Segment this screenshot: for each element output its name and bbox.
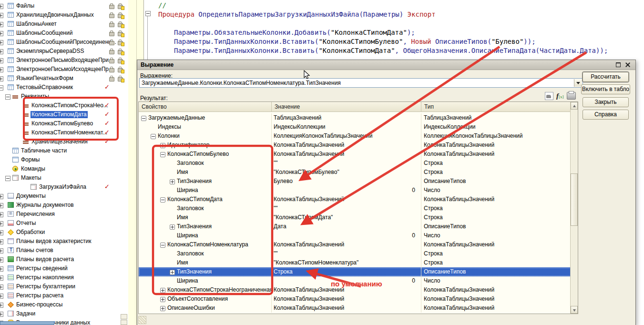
plus-expander-icon[interactable] bbox=[0, 76, 3, 81]
plus-expander-icon[interactable] bbox=[0, 31, 3, 36]
tree-item[interactable]: Макеты bbox=[0, 173, 128, 183]
code-line[interactable]: Процедура ОпределитьПараметрыЗагрузкиДан… bbox=[158, 10, 608, 19]
tree-item[interactable]: Задачи bbox=[0, 309, 128, 318]
tree-item[interactable]: КолонкаСТипомДата bbox=[0, 110, 128, 119]
result-row[interactable]: КолонкаСТипомДатаКолонкаТаблицыЗначенийК… bbox=[139, 195, 571, 204]
tree-item[interactable]: Команды bbox=[0, 164, 128, 173]
plus-expander-icon[interactable] bbox=[170, 270, 175, 275]
minus-expander-icon[interactable] bbox=[5, 176, 10, 181]
code-line[interactable]: Параметры.ТипДанныхКолонки.Вставить("Кол… bbox=[158, 46, 608, 55]
maximize-icon[interactable] bbox=[614, 61, 622, 68]
result-row[interactable]: Ширина0Число bbox=[139, 276, 571, 285]
plus-expander-icon[interactable] bbox=[0, 13, 3, 18]
plus-expander-icon[interactable] bbox=[0, 303, 3, 308]
expression-combo[interactable] bbox=[139, 78, 583, 88]
tree-scrollbar-button[interactable] bbox=[121, 320, 127, 325]
tree-item[interactable]: Регистры расчета bbox=[0, 291, 128, 300]
function-fx-icon[interactable] bbox=[556, 92, 566, 100]
result-row[interactable]: КолонкаСТипомБулевоКолонкаТаблицыЗначени… bbox=[139, 150, 571, 159]
tree-item[interactable]: ЗагрузкаИзФайла bbox=[0, 183, 128, 192]
column-header-type[interactable]: Тип bbox=[421, 102, 571, 112]
tree-item[interactable]: Табличные части bbox=[0, 146, 128, 155]
plus-expander-icon[interactable] bbox=[160, 297, 165, 302]
plus-expander-icon[interactable] bbox=[170, 224, 175, 230]
minus-expander-icon[interactable] bbox=[160, 152, 165, 157]
plus-expander-icon[interactable] bbox=[0, 230, 3, 235]
tree-item[interactable]: ШаблоныСообщений bbox=[0, 29, 128, 38]
code-line[interactable]: Параметры.ОбязательныеКолонки.Добавить("… bbox=[158, 28, 608, 37]
tree-item[interactable]: ШаблоныСообщенийПрисоединенн... bbox=[0, 38, 128, 47]
tree-item[interactable]: Регистры сведений bbox=[0, 264, 128, 273]
column-header-property[interactable]: Свойство bbox=[139, 102, 272, 112]
tree-item[interactable]: Планы видов характеристик bbox=[0, 237, 128, 246]
include-in-scoreboard-button[interactable]: Включить в табло bbox=[581, 84, 630, 94]
tree-item[interactable]: Обработки bbox=[0, 228, 128, 237]
result-row[interactable]: Ширина0Число bbox=[139, 231, 571, 240]
plus-expander-icon[interactable] bbox=[160, 143, 165, 148]
result-row[interactable]: Ширина0Число bbox=[139, 186, 571, 195]
resize-grip[interactable] bbox=[138, 316, 146, 324]
code-lines[interactable]: //Процедура ОпределитьПараметрыЗагрузкиД… bbox=[158, 1, 608, 55]
tree-item[interactable]: Формы bbox=[0, 155, 128, 164]
tree-item[interactable]: Регистры накопления bbox=[0, 273, 128, 282]
help-button[interactable]: Справка bbox=[583, 110, 629, 120]
column-header-value[interactable]: Значение bbox=[272, 102, 421, 112]
result-row[interactable]: КолонкаСТипомСтрокаНеограниченнаяКолонка… bbox=[139, 285, 571, 295]
plus-expander-icon[interactable] bbox=[0, 203, 3, 208]
plus-expander-icon[interactable] bbox=[0, 266, 3, 272]
result-row[interactable]: ЗагружаемыеДанныеТаблицаЗначенийТаблицаЗ… bbox=[139, 113, 571, 122]
plus-expander-icon[interactable] bbox=[0, 67, 3, 72]
result-row[interactable]: ТипЗначенияДатаОписаниеТипов bbox=[139, 222, 571, 231]
close-button[interactable]: Закрыть bbox=[583, 97, 629, 107]
plus-expander-icon[interactable] bbox=[0, 194, 3, 199]
code-line[interactable] bbox=[158, 19, 608, 28]
tree-item[interactable]: ЯзыкиПечатныхФорм bbox=[0, 74, 128, 83]
minus-expander-icon[interactable] bbox=[160, 243, 165, 248]
plus-expander-icon[interactable] bbox=[160, 288, 165, 293]
plus-expander-icon[interactable] bbox=[0, 40, 3, 45]
tree-item[interactable]: ТестовыйСправочник bbox=[0, 83, 128, 92]
plus-expander-icon[interactable] bbox=[0, 22, 3, 27]
tree-item[interactable]: ХранилищеЗначения bbox=[0, 137, 128, 146]
tree-item[interactable]: Отчеты bbox=[0, 219, 128, 228]
tree-item[interactable]: Журналы документов bbox=[0, 201, 128, 210]
minus-expander-icon[interactable] bbox=[141, 116, 146, 121]
plus-expander-icon[interactable] bbox=[0, 257, 3, 263]
plus-expander-icon[interactable] bbox=[0, 58, 3, 63]
plus-expander-icon[interactable] bbox=[0, 221, 3, 226]
plus-expander-icon[interactable] bbox=[0, 4, 3, 9]
code-line[interactable]: Параметры.ТипДанныхКолонки.Вставить("Кол… bbox=[158, 37, 608, 46]
tree-item[interactable]: КолонкаСТипомБулево bbox=[0, 119, 128, 128]
tree-item[interactable]: Документы bbox=[0, 192, 128, 201]
close-icon[interactable] bbox=[624, 61, 632, 68]
minus-expander-icon[interactable] bbox=[151, 134, 156, 139]
minus-expander-icon[interactable] bbox=[5, 94, 10, 100]
plus-expander-icon[interactable] bbox=[0, 284, 3, 290]
plus-expander-icon[interactable] bbox=[160, 306, 165, 311]
scrollbar-thumb[interactable] bbox=[571, 173, 578, 226]
tree-scrollbar-button[interactable] bbox=[121, 314, 127, 319]
calculate-button[interactable]: Рассчитать bbox=[583, 72, 629, 82]
code-fold-toggle-icon[interactable] bbox=[145, 11, 151, 16]
tree-item[interactable]: ЭлектронноеПисьмоИсходящееПр... bbox=[0, 65, 128, 74]
result-row[interactable]: КолонкаСТипомНоменклатураКолонкаТаблицыЗ… bbox=[139, 240, 571, 249]
minus-expander-icon[interactable] bbox=[0, 85, 3, 91]
result-row[interactable]: ИндексыИндексыКоллекцииИндексыКоллекции bbox=[139, 122, 571, 132]
tree-item[interactable]: Планы видов расчета bbox=[0, 255, 128, 264]
tree-item[interactable]: ШаблоныАнкет bbox=[0, 20, 128, 29]
tree-item[interactable]: Файлы bbox=[0, 1, 128, 10]
dialog-titlebar[interactable]: Выражение bbox=[137, 60, 635, 70]
result-row[interactable]: Имя"КолонкаСТипомДата"Строка bbox=[139, 213, 571, 222]
tree-item[interactable]: Бизнес-процессы bbox=[0, 300, 128, 309]
show-values-icon[interactable] bbox=[545, 92, 553, 100]
tree-item[interactable]: Перечисления bbox=[0, 210, 128, 219]
tree-item[interactable]: ЭлектронноеПисьмоВходящееПри... bbox=[0, 56, 128, 65]
result-row[interactable]: КолонкиКоллекцияКолонокТаблицыЗначенийКо… bbox=[139, 132, 571, 141]
tree-item[interactable]: ХранилищеДвоичныхДанных bbox=[0, 10, 128, 20]
result-row[interactable]: Заголовок""Строка bbox=[139, 159, 571, 168]
scroll-down-icon[interactable] bbox=[571, 306, 578, 314]
plus-expander-icon[interactable] bbox=[0, 212, 3, 217]
result-row[interactable]: ОбъектСопоставленияКолонкаТаблицыЗначени… bbox=[139, 295, 571, 304]
result-row[interactable]: ТипЗначенияСтрокаОписаниеТипов bbox=[139, 267, 571, 276]
result-row[interactable]: Заголовок""Строка bbox=[139, 249, 571, 258]
